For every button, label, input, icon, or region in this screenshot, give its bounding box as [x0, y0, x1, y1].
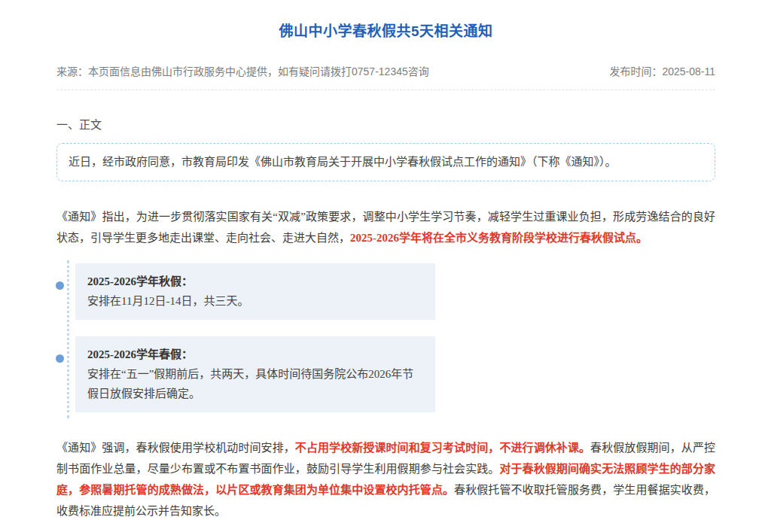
timeline-item-heading: 2025-2026学年春假： [87, 345, 423, 364]
notice-page: 佛山中小学春秋假共5天相关通知 来源：本页面信息由佛山市行政服务中心提供，如有疑… [0, 10, 771, 532]
publish-time: 发布时间：2025-08-11 [609, 63, 715, 78]
text-segment: 不占用学校新授课时间和复习考试时间，不进行调休补课。 [295, 442, 590, 454]
section-heading: 一、正文 [56, 116, 715, 132]
timeline-line [67, 260, 69, 418]
paragraph-emphasis-rules: 《通知》强调，春秋假使用学校机动时间安排，不占用学校新授课时间和复习考试时间，不… [56, 437, 715, 521]
timeline-dot [56, 354, 64, 363]
timeline-item-autumn: 2025-2026学年秋假： 安排在11月12日-14日，共三天。 [75, 263, 435, 320]
divider [56, 90, 715, 90]
text-segment: 《通知》强调，春秋假使用学校机动时间安排， [56, 442, 295, 454]
lead-summary-box: 近日，经市政府同意，市教育局印发《佛山市教育局关于开展中小学春秋假试点工作的通知… [56, 143, 715, 182]
paragraph-pilot-announcement: 《通知》指出，为进一步贯彻落实国家有关“双减”政策要求，调整中小学生学习节奏，减… [56, 206, 715, 248]
timeline-item-spring: 2025-2026学年春假： 安排在“五一”假期前后，共两天，具体时间待国务院公… [75, 336, 435, 412]
timeline-item-body: 安排在“五一”假期前后，共两天，具体时间待国务院公布2026年节假日放假安排后确… [87, 364, 423, 403]
source-text: 来源：本页面信息由佛山市行政服务中心提供，如有疑问请拨打0757-12345咨询 [56, 63, 429, 78]
page-title: 佛山中小学春秋假共5天相关通知 [56, 10, 715, 40]
text-segment: 2025-2026学年将在全市义务教育阶段学校进行春秋假试点。 [350, 232, 648, 244]
timeline-item-heading: 2025-2026学年秋假： [87, 272, 423, 291]
meta-row: 来源：本页面信息由佛山市行政服务中心提供，如有疑问请拨打0757-12345咨询… [56, 63, 715, 78]
timeline-item-body: 安排在11月12日-14日，共三天。 [87, 291, 423, 311]
holiday-timeline: 2025-2026学年秋假： 安排在11月12日-14日，共三天。 2025-2… [63, 263, 715, 412]
timeline-dot [56, 281, 64, 290]
